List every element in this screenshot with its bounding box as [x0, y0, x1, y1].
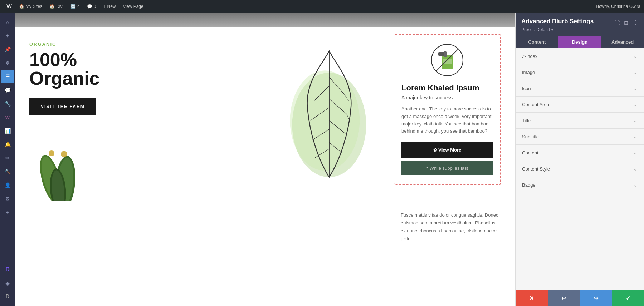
section-badge: Badge ⌄ — [516, 177, 644, 193]
image-chevron-icon: ⌄ — [633, 69, 638, 75]
settings-row-content-style[interactable]: Content Style ⌄ — [516, 161, 644, 177]
sidebar-icon-layers[interactable]: ☰ — [1, 70, 14, 83]
canvas-content: ORGANIC 100% Organic VISIT THE FARM — [15, 13, 515, 306]
section-z-index: Z-index ⌄ — [516, 48, 644, 64]
panel-body: Z-index ⌄ Image ⌄ Icon ⌄ Content Area — [516, 48, 644, 290]
bottom-paragraph: Fusce mattis vitae dolor congue sagittis… — [394, 211, 501, 243]
topbar-divi[interactable]: 🏠 Divi — [47, 3, 66, 10]
settings-row-image[interactable]: Image ⌄ — [516, 64, 644, 80]
canvas-area: ORGANIC 100% Organic VISIT THE FARM — [15, 13, 515, 306]
sidebar-icon-divi1[interactable]: D — [1, 263, 14, 276]
settings-row-subtitle[interactable]: Sub title ⌄ — [516, 129, 644, 144]
sidebar-icon-wrench[interactable]: 🔧 — [1, 97, 14, 110]
blurb-title: Lorem Khaled Ipsum — [401, 83, 493, 93]
panel-preset: Preset: Default ▾ — [521, 27, 594, 32]
settings-row-title[interactable]: Title ⌄ — [516, 113, 644, 128]
topbar-comments[interactable]: 💬 0 — [84, 3, 99, 10]
zucchini-illustration — [29, 129, 101, 201]
supplies-button[interactable]: * While supplies last — [401, 161, 493, 175]
updates-icon: 🔄 — [70, 4, 76, 9]
sidebar-icon-comments[interactable]: 💬 — [1, 84, 14, 97]
tab-content[interactable]: Content — [516, 36, 558, 48]
z-index-chevron-icon: ⌄ — [633, 53, 638, 59]
tab-design[interactable]: Design — [558, 36, 601, 48]
topbar: W 🏠 My Sites 🏠 Divi 🔄 4 💬 0 + New View P… — [0, 0, 644, 13]
page-left-column: ORGANIC 100% Organic VISIT THE FARM — [29, 34, 265, 201]
svg-point-6 — [49, 150, 54, 156]
panel-tabs: Content Design Advanced — [516, 36, 644, 48]
section-subtitle: Sub title ⌄ — [516, 129, 644, 145]
panel-fullscreen-icon[interactable]: ⛶ — [615, 20, 620, 26]
settings-row-icon[interactable]: Icon ⌄ — [516, 80, 644, 96]
svg-point-7 — [61, 151, 67, 157]
panel-footer: ✕ ↩ ↪ ✓ — [516, 290, 644, 306]
topbar-view-page[interactable]: View Page — [120, 3, 146, 10]
section-content-style: Content Style ⌄ — [516, 161, 644, 177]
sidebar-icon-pencil[interactable]: ✏ — [1, 152, 14, 164]
preset-chevron-icon: ▾ — [551, 28, 553, 32]
sidebar-icon-divi2[interactable]: D — [1, 290, 14, 303]
sidebar-icon-chart[interactable]: 📊 — [1, 124, 14, 137]
page-title: 100% Organic — [29, 50, 265, 88]
plus-icon: + — [103, 4, 106, 9]
topbar-updates[interactable]: 🔄 4 — [68, 3, 83, 10]
comments-icon: 💬 — [87, 4, 92, 9]
panel-columns-icon[interactable]: ⊟ — [624, 20, 628, 26]
subtitle-chevron-icon: ⌄ — [633, 134, 638, 139]
sidebar-icon-home[interactable]: ⌂ — [1, 16, 14, 29]
svg-rect-23 — [444, 51, 447, 57]
redo-button[interactable]: ↪ — [580, 290, 612, 306]
organic-label: ORGANIC — [29, 41, 265, 47]
blurb-card: Lorem Khaled Ipsum A major key to succes… — [394, 34, 501, 185]
content-style-chevron-icon: ⌄ — [633, 166, 638, 172]
leaf-illustration — [279, 38, 379, 199]
bottom-text-area — [290, 211, 379, 243]
right-panel: Advanced Blurb Settings Preset: Default … — [515, 13, 644, 306]
topbar-new[interactable]: + New — [101, 3, 119, 10]
left-sidebar: ⌂ ✦ 📌 ❖ ☰ 💬 🔧 W 📊 🔔 ✏ 🔨 👤 ⚙ ⊞ D ◉ D — [0, 13, 15, 306]
sidebar-icon-modules[interactable]: ❖ — [1, 56, 14, 69]
sidebar-icon-circle[interactable]: ◉ — [1, 277, 14, 290]
settings-row-z-index[interactable]: Z-index ⌄ — [516, 48, 644, 64]
sidebar-icon-grid[interactable]: ⊞ — [1, 206, 14, 219]
visit-farm-button[interactable]: VISIT THE FARM — [29, 98, 96, 115]
page-right-column: Lorem Khaled Ipsum A major key to succes… — [394, 34, 501, 185]
tab-advanced[interactable]: Advanced — [601, 36, 644, 48]
panel-menu-icon[interactable]: ⋮ — [633, 19, 638, 26]
section-icon: Icon ⌄ — [516, 80, 644, 97]
sidebar-icon-tool[interactable]: 🔨 — [1, 165, 14, 178]
panel-header: Advanced Blurb Settings Preset: Default … — [516, 13, 644, 36]
content-area-chevron-icon: ⌄ — [633, 102, 638, 107]
blurb-body: Another one. The key to more success is … — [401, 105, 493, 135]
sidebar-icon-pin[interactable]: 📌 — [1, 43, 14, 56]
settings-row-content[interactable]: Content ⌄ — [516, 145, 644, 161]
divi-home-icon: 🏠 — [49, 4, 55, 9]
wp-logo[interactable]: W — [4, 2, 15, 11]
content-chevron-icon: ⌄ — [633, 150, 638, 156]
sidebar-icon-settings2[interactable]: ⚙ — [1, 192, 14, 205]
home-icon: 🏠 — [19, 4, 24, 9]
topbar-my-sites[interactable]: 🏠 My Sites — [16, 3, 45, 10]
panel-title: Advanced Blurb Settings — [521, 18, 594, 25]
sidebar-icon-person[interactable]: 👤 — [1, 179, 14, 192]
topbar-user: Howdy, Christina Gwira — [596, 4, 640, 9]
page-bottom: Fusce mattis vitae dolor congue sagittis… — [15, 208, 515, 257]
section-content-area: Content Area ⌄ — [516, 97, 644, 113]
cancel-button[interactable]: ✕ — [516, 290, 548, 306]
settings-row-badge[interactable]: Badge ⌄ — [516, 177, 644, 193]
section-title: Title ⌄ — [516, 113, 644, 129]
save-button[interactable]: ✓ — [612, 290, 644, 306]
view-more-button[interactable]: ✿ View More — [401, 142, 493, 158]
reset-button[interactable]: ↩ — [548, 290, 580, 306]
badge-chevron-icon: ⌄ — [633, 182, 638, 188]
sidebar-icon-customize[interactable]: ✦ — [1, 29, 14, 42]
settings-row-content-area[interactable]: Content Area ⌄ — [516, 97, 644, 112]
hero-image-top — [15, 13, 515, 27]
sidebar-icon-woo[interactable]: W — [1, 111, 14, 124]
section-content: Content ⌄ — [516, 145, 644, 161]
section-image: Image ⌄ — [516, 64, 644, 80]
main-layout: ⌂ ✦ 📌 ❖ ☰ 💬 🔧 W 📊 🔔 ✏ 🔨 👤 ⚙ ⊞ D ◉ D O — [0, 13, 644, 306]
sidebar-icon-bell[interactable]: 🔔 — [1, 138, 14, 151]
title-chevron-icon: ⌄ — [633, 118, 638, 123]
page-section: ORGANIC 100% Organic VISIT THE FARM — [15, 27, 515, 208]
